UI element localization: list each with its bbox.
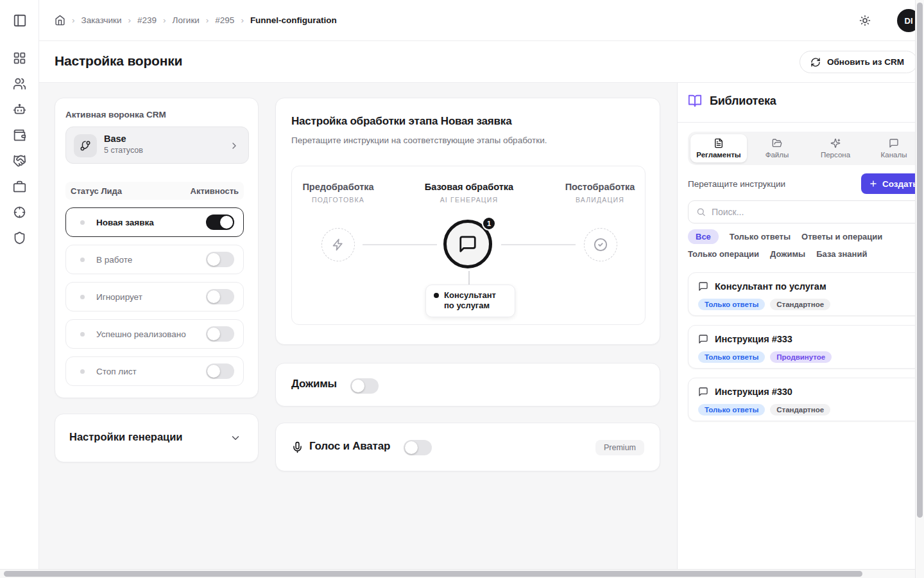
filter-all[interactable]: Все [688,229,719,244]
postprocessing-drop-zone[interactable] [584,228,617,261]
status-row-in-progress[interactable]: В работе [65,245,244,274]
theme-sun-icon[interactable] [859,15,871,26]
status-toggle[interactable] [206,215,234,230]
status-dot [80,295,85,299]
generation-settings-title: Настройки генерации [69,431,183,443]
breadcrumb: › Заказчики › #239 › Логики › #295 › Fun… [55,0,337,40]
vertical-scrollbar[interactable] [915,0,924,578]
filter-answers-only[interactable]: Только ответы [730,232,791,241]
breadcrumb-item[interactable]: #295 [215,15,234,25]
briefcase-icon[interactable] [13,180,27,194]
sparkles-icon [830,138,841,148]
status-dot [80,220,85,225]
premium-badge: Premium [595,440,644,455]
status-row-stop-list[interactable]: Стоп лист [65,356,244,386]
breadcrumb-item[interactable]: Логики [173,15,200,25]
status-toggle[interactable] [206,363,234,379]
status-label: Успешно реализовано [96,329,206,339]
tab-files[interactable]: Файлы [749,134,805,162]
status-toggle[interactable] [206,252,234,267]
breadcrumb-item[interactable]: Заказчики [81,15,122,25]
tab-reglaments[interactable]: Регламенты [690,134,747,162]
stage-connector [363,244,437,245]
library-title: Библиотека [710,94,776,108]
status-dot [80,369,85,374]
library-item[interactable]: Инструкция #333 Только ответы Продвинуто… [688,325,924,369]
funnel-name: Base [104,134,126,144]
stage-title: Базовая обработка [398,182,540,192]
tab-label: Персона [821,151,850,159]
status-row-ignores[interactable]: Игнорирует [65,282,244,311]
library-item-title: Инструкция #330 [715,387,792,397]
tab-persona[interactable]: Персона [807,134,864,162]
library-item[interactable]: Консультант по услугам Только ответы Ста… [688,272,924,316]
users-icon[interactable] [13,77,27,91]
chevron-right-icon: › [72,15,75,25]
stage-card-subtitle: Перетащите инструкции на соответствующие… [291,136,547,145]
library-tabs: Регламенты Файлы Персона Каналы [688,132,924,165]
generation-settings-card[interactable]: Настройки генерации [55,414,259,462]
dashboard-icon[interactable] [13,51,27,66]
search-input[interactable] [712,207,914,217]
message-square-icon [889,138,899,148]
status-row-success[interactable]: Успешно реализовано [65,319,244,349]
shield-icon[interactable] [13,231,27,245]
chevron-right-icon: › [128,15,132,25]
stage-pipeline-panel: Предобработка ПОДГОТОВКА Базовая обработ… [291,166,646,325]
sidebar-rail [0,0,39,569]
plus-icon [869,179,878,188]
breadcrumb-item[interactable]: #239 [137,15,157,25]
panel-toggle-icon[interactable] [13,13,27,28]
status-row-new-request[interactable]: Новая заявка [65,207,244,237]
attached-instruction-tag[interactable]: Консультант по услугам [425,285,515,317]
library-item-title: Консультант по услугам [715,281,826,292]
tab-label: Регламенты [696,151,740,159]
item-type-badge: Только ответы [698,404,765,416]
stage-postprocessing: Постобработка ВАЛИДАЦИЯ [529,182,671,204]
horizontal-scrollbar-thumb[interactable] [4,571,862,577]
tag-label: Консультант по услугам [444,290,508,311]
status-label: Игнорирует [96,292,206,302]
message-square-icon [698,334,708,344]
stage-title: Предобработка [268,182,409,192]
status-table-header: Статус Лида Активность [65,182,244,200]
library-item[interactable]: Инструкция #330 Только ответы Стандартно… [688,378,924,421]
horizontal-scrollbar[interactable] [0,569,924,578]
home-icon[interactable] [55,15,65,26]
stage-subtitle: ВАЛИДАЦИЯ [529,196,671,204]
funnel-selector[interactable]: Base 5 статусов [65,127,249,164]
status-toggle[interactable] [206,289,234,304]
library-panel: Библиотека Регламенты Файлы Персона Кана… [677,83,924,569]
handshake-icon[interactable] [13,154,27,168]
crosshair-icon[interactable] [13,206,27,220]
status-toggle[interactable] [206,326,234,342]
tab-label: Файлы [766,151,789,159]
filter-operations-only[interactable]: Только операции [688,249,759,259]
filter-dozhimy[interactable]: Дожимы [770,249,805,259]
book-open-icon [688,94,702,108]
filter-answers-operations[interactable]: Ответы и операции [801,232,882,241]
create-button-label: Создать [882,179,918,189]
zap-icon [332,238,345,251]
page-title: Настройка воронки [55,53,182,69]
vertical-scrollbar-thumb[interactable] [917,3,923,518]
library-search[interactable] [688,200,922,223]
column-activity: Активность [191,186,239,196]
preprocessing-drop-zone[interactable] [321,228,355,261]
status-dot [80,258,85,262]
stage-subtitle: ПОДГОТОВКА [268,196,409,204]
wallet-icon[interactable] [13,128,27,143]
chevron-down-icon[interactable] [230,432,241,444]
bot-icon[interactable] [13,103,27,117]
refresh-icon [810,57,821,67]
library-item-title: Инструкция #333 [715,334,792,344]
voice-avatar-toggle[interactable] [404,440,432,455]
refresh-from-crm-button[interactable]: Обновить из CRM [800,51,918,73]
message-square-icon [698,387,708,397]
tab-channels[interactable]: Каналы [866,134,922,162]
tag-connector [468,271,470,285]
filter-knowledge-base[interactable]: База знаний [816,249,867,259]
dozhimy-card: Дожимы [275,363,660,407]
dozhimy-toggle[interactable] [350,378,379,394]
chevron-right-icon: › [206,15,209,25]
